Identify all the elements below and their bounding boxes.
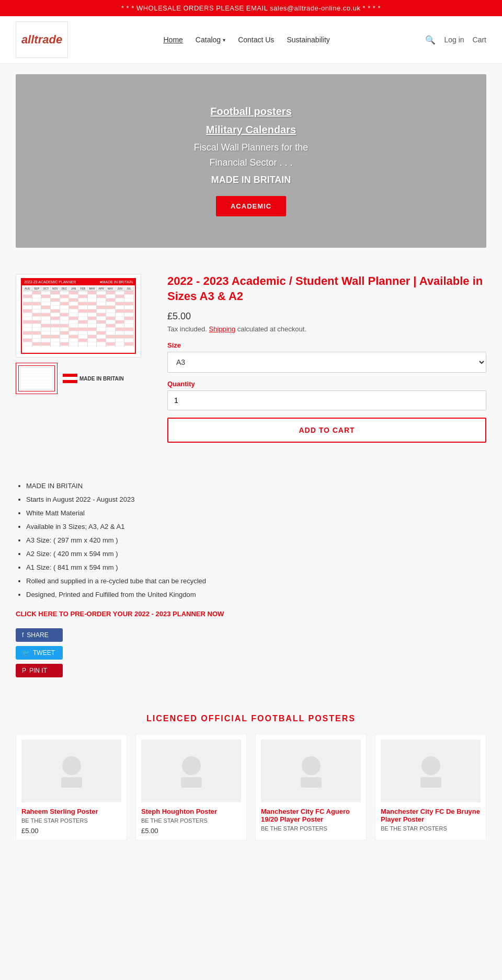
logo[interactable]: alltrade bbox=[16, 21, 68, 58]
nav-sustainability[interactable]: Sustainability bbox=[287, 36, 330, 44]
hero-line5: MADE IN BRITAIN bbox=[26, 175, 476, 186]
svg-rect-10 bbox=[63, 380, 77, 383]
svg-point-15 bbox=[182, 756, 201, 775]
social-buttons: f SHARE 🐦 TWEET P PIN IT bbox=[16, 628, 486, 677]
svg-rect-22 bbox=[420, 777, 441, 788]
nav-catalog-wrap: Catalog ▾ bbox=[196, 36, 225, 44]
bullet-0: MADE IN BRITAIN bbox=[26, 479, 486, 493]
banner-text: * * * WHOLESALE ORDERS PLEASE EMAIL sale… bbox=[121, 4, 381, 12]
product-card-image-3 bbox=[381, 740, 481, 802]
bullet-1: Starts in August 2022 - August 2023 bbox=[26, 493, 486, 506]
product-card-image-1 bbox=[141, 740, 241, 802]
product-title: 2022 - 2023 Academic / Student Wall Plan… bbox=[167, 274, 486, 304]
nav-contact[interactable]: Contact Us bbox=[238, 36, 274, 44]
bullet-5: A2 Size: ( 420 mm x 594 mm ) bbox=[26, 547, 486, 561]
shipping-link[interactable]: Shipping bbox=[209, 325, 236, 333]
size-label: Size bbox=[167, 341, 486, 349]
product-card-collection-2: BE THE STAR POSTERS bbox=[261, 825, 361, 832]
login-link[interactable]: Log in bbox=[444, 36, 464, 44]
nav-catalog[interactable]: Catalog bbox=[196, 36, 221, 44]
pre-order-link[interactable]: CLICK HERE TO PRE-ORDER YOUR 2022 - 2023… bbox=[16, 610, 486, 618]
product-section: 2022-23 ACADEMIC PLANNER ★MADE IN BRITAI… bbox=[0, 258, 502, 469]
svg-point-12 bbox=[62, 756, 81, 775]
size-select[interactable]: A3 A2 A1 bbox=[167, 352, 486, 373]
academic-button[interactable]: ACADEMIC bbox=[216, 196, 286, 216]
hero-line1: Football posters bbox=[26, 106, 476, 118]
product-card-image-0 bbox=[21, 740, 121, 802]
svg-rect-9 bbox=[63, 377, 77, 380]
header: alltrade Home Catalog ▾ Contact Us Susta… bbox=[0, 16, 502, 64]
tax-line: Tax included. Shipping calculated at che… bbox=[167, 325, 486, 333]
hero-line4: Financial Sector . . . bbox=[26, 157, 476, 168]
quantity-input[interactable] bbox=[167, 390, 486, 410]
cal-header-left: 2022-23 ACADEMIC PLANNER bbox=[24, 280, 76, 284]
product-card-collection-3: BE THE STAR POSTERS bbox=[381, 825, 481, 832]
product-images: 2022-23 ACADEMIC PLANNER ★MADE IN BRITAI… bbox=[16, 274, 152, 453]
football-section-title: LICENCED OFFICIAL FOOTBALL POSTERS bbox=[16, 714, 486, 723]
thumbnail-row: MADE IN BRITAIN bbox=[16, 363, 152, 394]
svg-rect-16 bbox=[181, 777, 202, 788]
bullet-6: A1 Size: ( 841 mm x 594 mm ) bbox=[26, 561, 486, 574]
twitter-icon: 🐦 bbox=[22, 649, 30, 656]
main-product-image: 2022-23 ACADEMIC PLANNER ★MADE IN BRITAI… bbox=[16, 274, 141, 358]
product-card-collection-1: BE THE STAR POSTERS bbox=[141, 817, 241, 824]
svg-rect-8 bbox=[63, 374, 77, 377]
catalog-dropdown-icon[interactable]: ▾ bbox=[223, 37, 225, 43]
share-twitter-button[interactable]: 🐦 TWEET bbox=[16, 646, 63, 660]
quantity-label: Quantity bbox=[167, 380, 486, 388]
product-card-1[interactable]: Steph Houghton Poster BE THE STAR POSTER… bbox=[135, 734, 247, 840]
cal-header-right: ★MADE IN BRITAIN bbox=[99, 280, 133, 284]
product-card-name-1: Steph Houghton Poster bbox=[141, 808, 241, 815]
made-in-badge: MADE IN BRITAIN bbox=[63, 363, 124, 394]
pinterest-icon: P bbox=[22, 667, 26, 674]
tweet-label: TWEET bbox=[33, 649, 55, 656]
share-label: SHARE bbox=[27, 631, 48, 639]
product-card-name-2: Manchester City FC Aguero 19/20 Player P… bbox=[261, 808, 361, 823]
product-card-3[interactable]: Manchester City FC De Bruyne Player Post… bbox=[375, 734, 486, 840]
svg-rect-13 bbox=[61, 777, 82, 788]
svg-rect-19 bbox=[301, 777, 322, 788]
shipping-text: calculated at checkout. bbox=[237, 325, 306, 333]
product-description: MADE IN BRITAIN Starts in August 2022 - … bbox=[0, 469, 502, 704]
svg-point-21 bbox=[421, 756, 440, 775]
product-card-2[interactable]: Manchester City FC Aguero 19/20 Player P… bbox=[255, 734, 367, 840]
product-card-price-1: £5.00 bbox=[141, 827, 241, 835]
bullet-8: Designed, Printed and Fulfilled from the… bbox=[26, 588, 486, 602]
products-grid: Raheem Sterling Poster BE THE STAR POSTE… bbox=[16, 734, 486, 840]
cart-link[interactable]: Cart bbox=[473, 36, 486, 44]
nav-home[interactable]: Home bbox=[164, 36, 183, 44]
bullet-7: Rolled and supplied in a re-cycled tube … bbox=[26, 574, 486, 588]
add-to-cart-button[interactable]: ADD TO CART bbox=[167, 418, 486, 443]
calendar-image: 2022-23 ACADEMIC PLANNER ★MADE IN BRITAI… bbox=[21, 278, 136, 354]
product-card-0[interactable]: Raheem Sterling Poster BE THE STAR POSTE… bbox=[16, 734, 127, 840]
product-details: 2022 - 2023 Academic / Student Wall Plan… bbox=[167, 274, 486, 453]
hero-line2: Military Calendars bbox=[26, 124, 476, 136]
product-card-collection-0: BE THE STAR POSTERS bbox=[21, 817, 121, 824]
facebook-icon: f bbox=[22, 631, 24, 639]
bullet-4: A3 Size: ( 297 mm x 420 mm ) bbox=[26, 534, 486, 547]
tax-text: Tax included. bbox=[167, 325, 207, 333]
top-banner: * * * WHOLESALE ORDERS PLEASE EMAIL sale… bbox=[0, 0, 502, 16]
made-in-badge-text: MADE IN BRITAIN bbox=[79, 376, 124, 382]
logo-text: alltrade bbox=[21, 33, 62, 47]
nav: Home Catalog ▾ Contact Us Sustainability bbox=[68, 36, 425, 44]
bullet-3: Available in 3 Sizes; A3, A2 & A1 bbox=[26, 520, 486, 534]
product-card-price-0: £5.00 bbox=[21, 827, 121, 835]
calendar-header: 2022-23 ACADEMIC PLANNER ★MADE IN BRITAI… bbox=[22, 279, 135, 285]
svg-rect-0 bbox=[18, 365, 55, 391]
thumbnail-image[interactable] bbox=[16, 363, 58, 394]
share-facebook-button[interactable]: f SHARE bbox=[16, 628, 63, 642]
hero-line3: Fiscal Wall Planners for the bbox=[26, 142, 476, 153]
pin-label: PIN IT bbox=[29, 667, 47, 674]
bullet-list: MADE IN BRITAIN Starts in August 2022 - … bbox=[16, 479, 486, 602]
product-card-image-2 bbox=[261, 740, 361, 802]
bullet-2: White Matt Material bbox=[26, 506, 486, 520]
product-card-name-0: Raheem Sterling Poster bbox=[21, 808, 121, 815]
share-pinterest-button[interactable]: P PIN IT bbox=[16, 664, 63, 677]
search-icon[interactable]: 🔍 bbox=[425, 35, 436, 45]
product-price: £5.00 bbox=[167, 311, 486, 322]
header-right: 🔍 Log in Cart bbox=[425, 35, 486, 45]
product-card-name-3: Manchester City FC De Bruyne Player Post… bbox=[381, 808, 481, 823]
football-section: LICENCED OFFICIAL FOOTBALL POSTERS Rahee… bbox=[0, 704, 502, 851]
svg-point-18 bbox=[302, 756, 321, 775]
